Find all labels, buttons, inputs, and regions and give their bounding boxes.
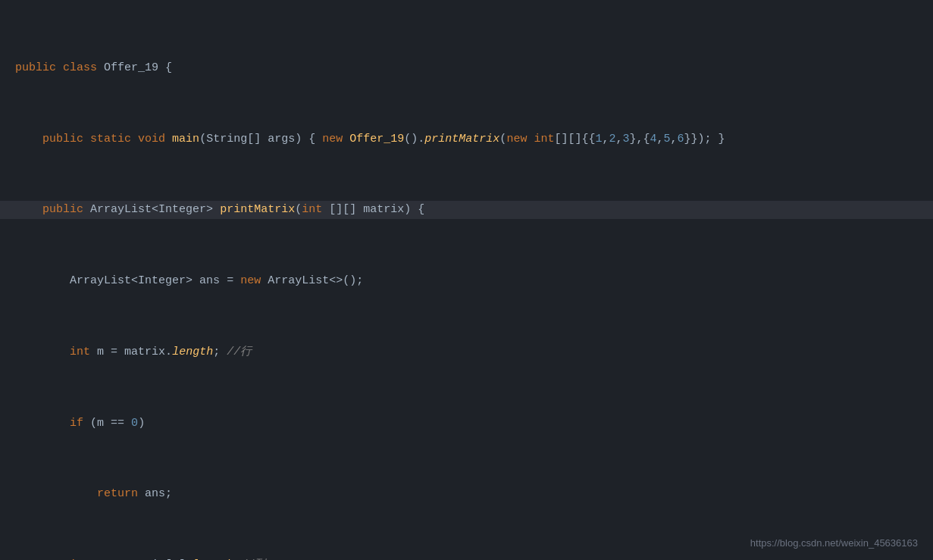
code-line-4: ArrayList<Integer> ans = new ArrayList<>… xyxy=(0,272,933,290)
code-container: public class Offer_19 { public static vo… xyxy=(0,0,933,560)
watermark: https://blog.csdn.net/weixin_45636163 xyxy=(750,536,918,551)
code-line-8: int n = matrix[0].length;//列 xyxy=(0,556,933,560)
code-line-7: return ans; xyxy=(0,485,933,503)
code-line-5: int m = matrix.length; //行 xyxy=(0,343,933,361)
code-line-1: public class Offer_19 { xyxy=(0,59,933,77)
code-line-6: if (m == 0) xyxy=(0,415,933,433)
code-line-2: public static void main(String[] args) {… xyxy=(0,130,933,149)
code-line-3: public ArrayList<Integer> printMatrix(in… xyxy=(0,201,933,219)
code-block: public class Offer_19 { public static vo… xyxy=(0,0,933,560)
